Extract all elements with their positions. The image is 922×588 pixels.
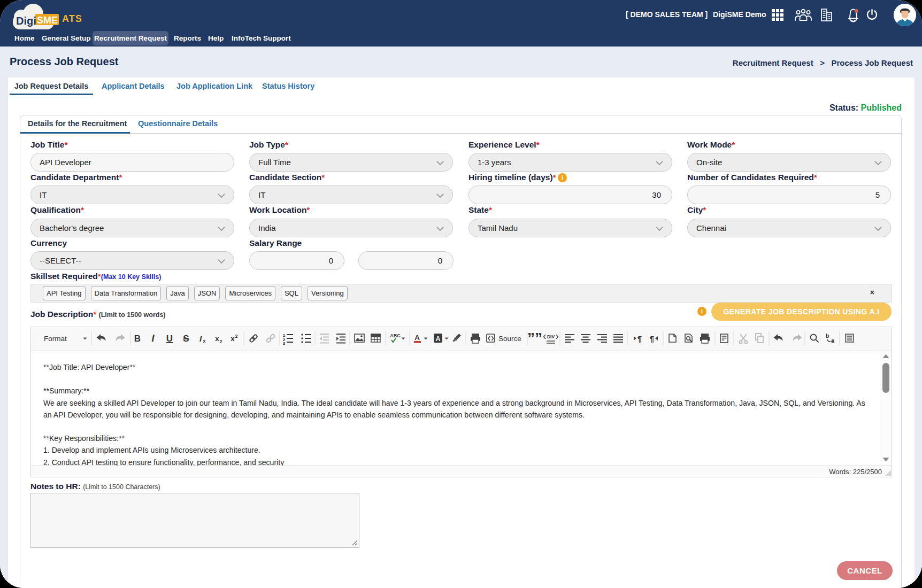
svg-text:S: S (183, 334, 189, 344)
svg-text:¶: ¶ (650, 334, 654, 343)
svg-text:3: 3 (283, 341, 286, 346)
svg-text:A: A (435, 335, 440, 343)
svg-text:””: ”” (527, 330, 542, 346)
svg-text:U: U (166, 334, 173, 344)
svg-text:SME: SME (37, 15, 58, 26)
svg-text:A: A (414, 334, 420, 342)
svg-text:a: a (831, 337, 835, 344)
svg-text:x: x (215, 335, 219, 343)
svg-text:I: I (151, 333, 155, 344)
svg-text:x: x (231, 335, 235, 343)
svg-text:2: 2 (219, 339, 222, 344)
svg-text:x: x (203, 338, 205, 344)
svg-text:Source: Source (498, 335, 521, 343)
svg-text:¶: ¶ (637, 334, 642, 343)
svg-text:b: b (826, 332, 829, 339)
svg-text:Digi: Digi (16, 15, 36, 27)
svg-text:Format: Format (44, 335, 67, 343)
svg-text:DIV: DIV (547, 334, 555, 339)
svg-text:B: B (134, 334, 141, 344)
svg-text:2: 2 (235, 334, 237, 339)
svg-text:I: I (199, 334, 202, 343)
svg-text:ABC: ABC (390, 333, 401, 338)
svg-text:ATS: ATS (62, 13, 82, 24)
